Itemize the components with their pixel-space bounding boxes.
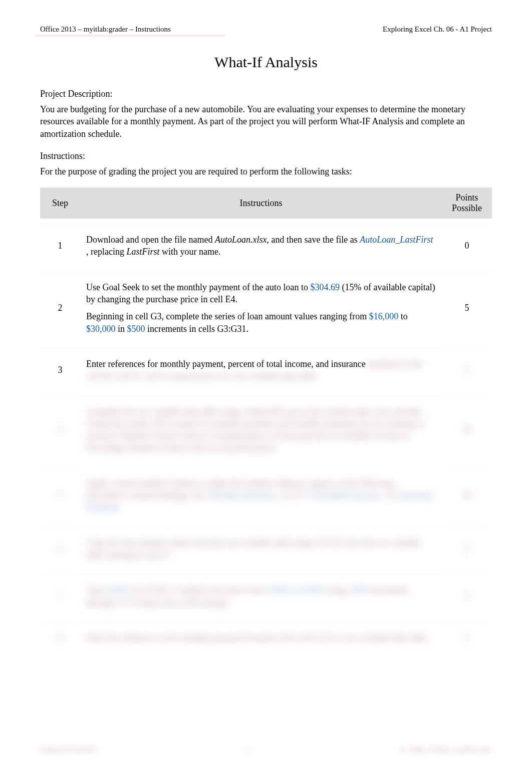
header-left: Office 2013 – myitlab:grader – Instructi… <box>40 25 171 34</box>
text-segment: with your name. <box>160 247 221 257</box>
table-header-row: Step Instructions Points Possible <box>40 187 492 219</box>
instruction-cell: Copy the loan amount values from the one… <box>80 526 442 569</box>
instruction-cell: Complete the one variable data table usi… <box>80 395 442 462</box>
table-row: 6Copy the loan amount values from the on… <box>40 526 492 569</box>
text-segment: in cell M2. Complete the series from <box>132 585 267 595</box>
points-value: 10 <box>442 395 492 462</box>
text-segment: , replacing <box>86 247 126 257</box>
text-segment: Monthly Payment <box>209 490 277 500</box>
instruction-cell: Enter references for monthly payment, pe… <box>80 347 442 391</box>
points-value: 5 <box>442 270 492 343</box>
text-segment: AutoLoan_LastFirst <box>360 235 433 245</box>
step-number: 1 <box>40 223 80 266</box>
step-number: 7 <box>40 573 80 617</box>
points-value: 0 <box>442 223 492 266</box>
text-segment: Download and open the file named <box>86 235 215 245</box>
text-segment: ; J2: I2: <box>277 490 307 500</box>
text-segment: Enter the reference to the monthly payme… <box>86 633 429 643</box>
instruction-cell: Type 4.00% in cell M2. Complete the seri… <box>80 573 442 617</box>
text-segment: $30,000 <box>86 324 118 334</box>
page-header: Office 2013 – myitlab:grader – Instructi… <box>40 25 492 34</box>
col-instructions: Instructions <box>80 187 442 219</box>
table-row: 5Apply custom number formats to make the… <box>40 466 492 522</box>
table-row: 1Download and open the file named AutoLo… <box>40 223 492 266</box>
table-row: 2Use Goal Seek to set the monthly paymen… <box>40 270 492 343</box>
text-segment: Use Goal Seek to set the monthly payment… <box>86 282 310 292</box>
points-value: 5 <box>442 526 492 569</box>
step-number: 3 <box>40 347 80 391</box>
text-segment: Enter references for monthly payment, pe… <box>86 359 368 369</box>
text-segment: increments in cells G3:G31. <box>147 324 248 334</box>
text-segment: , and then save the file as <box>267 235 360 245</box>
footer-right: E_CH06_A1Start_LastFirst.xlsx <box>400 746 492 754</box>
text-segment: LastFirst <box>126 247 159 257</box>
text-segment: Complete the one variable data table usi… <box>86 407 425 453</box>
text-segment: 4.00% <box>106 585 132 595</box>
project-description-text: You are budgeting for the purchase of a … <box>40 103 492 140</box>
text-segment: to <box>401 311 408 321</box>
instruction-cell: Download and open the file named AutoLoa… <box>80 223 442 266</box>
text-segment: .50% <box>349 585 370 595</box>
footer-center: 1 <box>247 746 250 754</box>
instruction-cell: Use Goal Seek to set the monthly payment… <box>80 270 442 343</box>
points-value: 5 <box>442 621 492 652</box>
points-value: 5 <box>442 573 492 617</box>
table-row: 3Enter references for monthly payment, p… <box>40 347 492 391</box>
text-segment: $16,000 <box>369 311 401 321</box>
text-segment: 4.00% to 8.50% <box>267 585 327 595</box>
points-value: 10 <box>442 466 492 522</box>
text-segment: $304.69 <box>310 282 342 292</box>
header-right: Exploring Excel Ch. 06 - A1 Project <box>383 25 492 34</box>
text-segment: Type <box>86 585 106 595</box>
step-number: 2 <box>40 270 80 343</box>
points-value: 5 <box>442 347 492 391</box>
page-footer: Updated 07/14/2017 1 E_CH06_A1Start_Last… <box>40 746 492 754</box>
text-segment: Copy the loan amount values from the one… <box>86 538 421 560</box>
instruction-cell: Apply custom number formats to make the … <box>80 466 442 522</box>
col-step: Step <box>40 187 80 219</box>
footer-left: Updated 07/14/2017 <box>40 746 98 754</box>
step-number: 6 <box>40 526 80 569</box>
step-number: 8 <box>40 621 80 652</box>
text-segment: in <box>118 324 127 334</box>
text-segment: $500 <box>127 324 148 334</box>
step-number: 4 <box>40 395 80 462</box>
project-description-label: Project Description: <box>40 89 492 99</box>
instructions-label: Instructions: <box>40 151 492 161</box>
table-row: 8Enter the reference to the monthly paym… <box>40 621 492 652</box>
tasks-table: Step Instructions Points Possible 1Downl… <box>40 183 492 656</box>
text-segment: AutoLoan.xlsx <box>215 235 267 245</box>
instruction-cell: Enter the reference to the monthly payme… <box>80 621 442 652</box>
text-segment: Beginning in cell G3, complete the serie… <box>86 311 369 321</box>
table-row: 7Type 4.00% in cell M2. Complete the ser… <box>40 573 492 617</box>
col-points: Points Possible <box>442 187 492 219</box>
table-row: 4Complete the one variable data table us… <box>40 395 492 462</box>
text-segment: ; J2: <box>382 490 399 500</box>
text-segment: using <box>327 585 349 595</box>
text-segment: % Available Income <box>307 490 382 500</box>
grading-note: For the purpose of grading the project y… <box>40 165 492 177</box>
step-number: 5 <box>40 466 80 522</box>
page-title: What-If Analysis <box>40 54 492 71</box>
